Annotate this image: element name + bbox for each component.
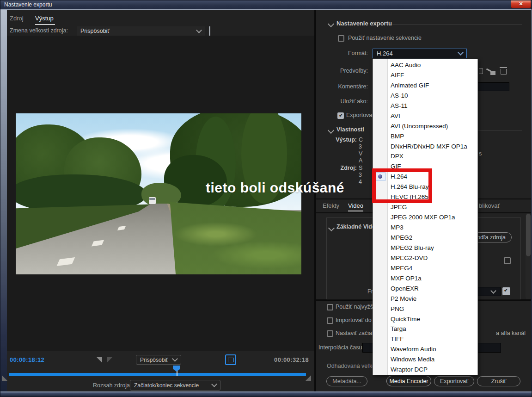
- window-title: Nastavenie exportu: [4, 1, 52, 8]
- format-option[interactable]: Targa: [391, 324, 406, 334]
- format-option[interactable]: P2 Movie: [391, 294, 416, 304]
- format-option[interactable]: PNG: [391, 304, 404, 314]
- output-line: V: [359, 150, 362, 157]
- output-line: A: [359, 157, 362, 164]
- format-option[interactable]: JPEG: [391, 202, 407, 212]
- source-range-label: Rozsah zdroja:: [93, 382, 131, 389]
- format-option[interactable]: MXF OP1a: [391, 273, 422, 284]
- format-option[interactable]: AIFF: [391, 70, 404, 81]
- dropdown-gutter: [373, 59, 388, 375]
- alpha-fragment: a alfa kanál: [496, 330, 526, 336]
- chevron-down-icon: [172, 356, 178, 362]
- fps-fragment: s: [479, 150, 482, 157]
- format-option[interactable]: AVI: [391, 111, 400, 121]
- tab-effects[interactable]: Efekty: [323, 202, 339, 209]
- window-frame-left: [0, 10, 7, 391]
- toolbar-separator: [209, 26, 210, 36]
- match-source-label: odľa zdroja: [477, 234, 506, 241]
- set-start-label: Nastaviť začiato: [336, 330, 377, 336]
- export-section-title: Nastavenie exportu: [336, 20, 392, 27]
- scale-select[interactable]: Prispôsobiť: [77, 26, 205, 36]
- format-select-value: H.264: [377, 50, 393, 57]
- output-line: 3: [359, 143, 362, 150]
- interpolation-label: Interpolácia času:: [318, 344, 364, 351]
- source-range-value: Začiatok/koniec sekvencie: [134, 382, 199, 389]
- format-option[interactable]: DNxHR/DNxHD MXF OP1a: [391, 142, 467, 152]
- save-preset-icon[interactable]: [479, 68, 483, 74]
- export-button[interactable]: Exportovať: [434, 376, 474, 386]
- tab-output[interactable]: Výstup: [35, 15, 54, 22]
- format-option[interactable]: MPEG2: [391, 233, 412, 243]
- media-encoder-button[interactable]: Media Encoder: [386, 376, 431, 386]
- format-option[interactable]: MPEG2-DVD: [391, 253, 428, 263]
- format-option[interactable]: MPEG4: [391, 263, 412, 273]
- window-frame-bottom: [0, 391, 532, 397]
- use-sequence-label: Použiť nastavenie sekvencie: [348, 35, 422, 41]
- tab-source[interactable]: Zdroj: [10, 15, 24, 22]
- estimated-size-label: Odhadovaná veľkost: [327, 363, 380, 369]
- export-video-label: Exportovať: [346, 112, 374, 118]
- format-option[interactable]: MP3: [391, 223, 404, 233]
- format-option[interactable]: Waveform Audio: [391, 344, 436, 354]
- tab-video-underline: [348, 211, 363, 211]
- close-button[interactable]: ✕: [511, 0, 531, 8]
- window-titlebar: Nastavenie exportu: [0, 0, 532, 9]
- tab-publish-fragment[interactable]: blikovať: [479, 202, 500, 209]
- basic-video-title: Základné Vide: [336, 223, 375, 230]
- export-video-checkbox[interactable]: [337, 112, 344, 119]
- delete-preset-icon[interactable]: [501, 69, 507, 74]
- format-option[interactable]: QuickTime: [391, 314, 420, 324]
- format-option[interactable]: AS-11: [391, 101, 408, 111]
- chevron-down-icon: [211, 381, 217, 387]
- import-project-label: Importovať do pr: [336, 317, 378, 323]
- format-option[interactable]: DPX: [391, 151, 404, 161]
- source-label: Zdroj:: [316, 165, 357, 171]
- max-quality-checkbox[interactable]: [327, 304, 333, 310]
- fit-frame-icon: [228, 358, 234, 362]
- import-project-checkbox[interactable]: [327, 317, 333, 324]
- chevron-down-icon: [458, 50, 464, 56]
- source-line: 3: [359, 172, 362, 178]
- format-option[interactable]: Wraptor DCP: [391, 365, 428, 375]
- distant-van: [149, 197, 156, 204]
- source-line: S: [359, 165, 362, 171]
- source-line: 4: [359, 179, 362, 185]
- frame-rate-checkbox[interactable]: [502, 287, 510, 295]
- save-as-label: Uložiť ako:: [316, 98, 368, 105]
- range-handle-right[interactable]: [305, 375, 311, 381]
- format-option[interactable]: AAC Audio: [391, 60, 421, 70]
- format-option[interactable]: MPEG2 Blu-ray: [391, 243, 434, 253]
- zoom-select-value: Prispôsobiť: [140, 357, 168, 363]
- scale-label: Zmena veľkosti zdroja:: [10, 27, 68, 34]
- metadata-button[interactable]: Metadáta...: [326, 376, 367, 386]
- format-option[interactable]: TIFF: [391, 334, 404, 344]
- chevron-down-icon: [196, 27, 202, 33]
- mark-out-icon[interactable]: [107, 357, 113, 363]
- format-option[interactable]: Windows Media: [391, 354, 434, 365]
- scrollbar-thumb[interactable]: [526, 214, 531, 256]
- range-handle-left[interactable]: [2, 375, 8, 381]
- presets-label: Predvoľby:: [316, 68, 368, 74]
- format-option[interactable]: AS-10: [391, 91, 408, 101]
- timeline-bar[interactable]: [9, 373, 306, 376]
- annotation-text: tieto boli odskúšané: [206, 180, 344, 196]
- format-dropdown: AAC AudioAIFFAnimated GIFAS-10AS-11AVIAV…: [373, 59, 478, 375]
- format-option[interactable]: Animated GIF: [391, 81, 429, 91]
- comments-label: Komentáre:: [316, 83, 368, 90]
- use-sequence-checkbox[interactable]: [338, 35, 344, 42]
- import-preset-icon[interactable]: [486, 68, 495, 75]
- format-select[interactable]: H.264: [373, 49, 467, 58]
- zoom-select[interactable]: Prispôsobiť: [136, 355, 181, 365]
- source-range-select[interactable]: Začiatok/koniec sekvencie: [130, 380, 220, 391]
- scale-select-value: Prispôsobiť: [80, 28, 110, 34]
- cancel-button[interactable]: Zrušiť: [477, 376, 520, 386]
- mark-in-icon[interactable]: [96, 357, 102, 363]
- format-option[interactable]: OpenEXR: [391, 284, 419, 294]
- format-option[interactable]: JPEG 2000 MXF OP1a: [391, 212, 455, 223]
- fit-frame-button[interactable]: [225, 354, 236, 365]
- format-option[interactable]: AVI (Uncompressed): [391, 121, 448, 131]
- tab-video[interactable]: Video: [348, 202, 363, 209]
- video-option-checkbox[interactable]: [504, 257, 511, 264]
- set-start-checkbox[interactable]: [327, 330, 333, 337]
- format-option[interactable]: BMP: [391, 131, 404, 142]
